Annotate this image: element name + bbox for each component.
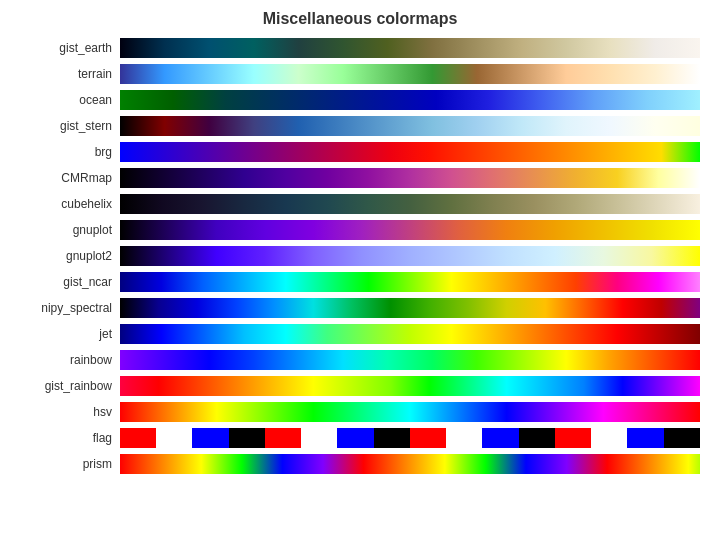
colormap-bar [120, 454, 700, 474]
colormap-row: jet [10, 322, 700, 346]
colormap-bar [120, 90, 700, 110]
colormap-bar [120, 64, 700, 84]
colormap-label: gnuplot [10, 223, 120, 237]
colormap-label: gist_rainbow [10, 379, 120, 393]
colormap-bar [120, 350, 700, 370]
colormap-row: nipy_spectral [10, 296, 700, 320]
colormap-label: cubehelix [10, 197, 120, 211]
colormap-bar [120, 142, 700, 162]
colormap-label: flag [10, 431, 120, 445]
colormap-row: cubehelix [10, 192, 700, 216]
colormap-bar [120, 272, 700, 292]
colormap-label: ocean [10, 93, 120, 107]
colormap-bar [120, 194, 700, 214]
colormap-bar [120, 116, 700, 136]
colormap-row: flag [10, 426, 700, 450]
colormap-label: jet [10, 327, 120, 341]
colormap-label: CMRmap [10, 171, 120, 185]
colormap-row: gist_earth [10, 36, 700, 60]
colormap-label: gist_stern [10, 119, 120, 133]
colormap-label: hsv [10, 405, 120, 419]
colormap-row: rainbow [10, 348, 700, 372]
colormap-row: hsv [10, 400, 700, 424]
colormap-row: brg [10, 140, 700, 164]
colormap-row: ocean [10, 88, 700, 112]
colormap-bar [120, 220, 700, 240]
colormap-bar [120, 298, 700, 318]
colormap-bar [120, 376, 700, 396]
colormap-label: terrain [10, 67, 120, 81]
colormap-row: gist_rainbow [10, 374, 700, 398]
colormap-bar [120, 246, 700, 266]
colormap-label: gist_ncar [10, 275, 120, 289]
colormap-label: gist_earth [10, 41, 120, 55]
page-title: Miscellaneous colormaps [0, 0, 720, 36]
colormap-row: gist_stern [10, 114, 700, 138]
colormap-row: terrain [10, 62, 700, 86]
colormap-label: gnuplot2 [10, 249, 120, 263]
colormap-row: prism [10, 452, 700, 476]
colormap-bar [120, 168, 700, 188]
colormap-bar [120, 402, 700, 422]
colormap-row: CMRmap [10, 166, 700, 190]
colormap-row: gnuplot [10, 218, 700, 242]
colormap-label: brg [10, 145, 120, 159]
colormap-label: prism [10, 457, 120, 471]
colormap-row: gist_ncar [10, 270, 700, 294]
colormap-bar [120, 38, 700, 58]
colormap-row: gnuplot2 [10, 244, 700, 268]
colormap-list: gist_earthterrainoceangist_sternbrgCMRma… [0, 36, 720, 476]
colormap-label: nipy_spectral [10, 301, 120, 315]
colormap-bar [120, 324, 700, 344]
colormap-label: rainbow [10, 353, 120, 367]
colormap-bar [120, 428, 700, 448]
